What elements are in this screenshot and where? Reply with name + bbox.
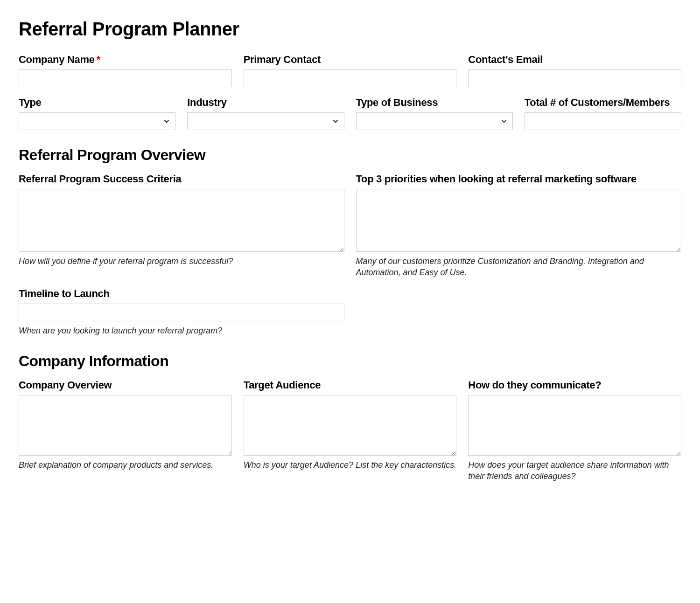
label-primary-contact: Primary Contact [244, 54, 457, 66]
row-business-info: Type Industry Type of Business Total # o… [19, 97, 681, 130]
required-asterisk: * [97, 54, 100, 65]
row-basic-info: Company Name* Primary Contact Contact's … [19, 54, 681, 87]
field-company-name: Company Name* [19, 54, 232, 87]
spacer [356, 288, 682, 336]
heading-company-info: Company Information [19, 353, 681, 370]
success-criteria-textarea[interactable] [19, 189, 344, 252]
label-text: Company Name [19, 54, 95, 65]
label-target-audience: Target Audience [244, 379, 457, 391]
field-contact-email: Contact's Email [468, 54, 681, 87]
industry-select-value[interactable] [187, 112, 344, 130]
label-success-criteria: Referral Program Success Criteria [19, 173, 344, 185]
hint-timeline: When are you looking to launch your refe… [19, 325, 344, 336]
label-type-of-business: Type of Business [356, 97, 513, 109]
row-company-info: Company Overview Brief explanation of co… [19, 379, 681, 482]
field-type-of-business: Type of Business [356, 97, 513, 130]
label-top-priorities: Top 3 priorities when looking at referra… [356, 173, 682, 185]
type-select[interactable] [19, 112, 175, 130]
total-customers-input[interactable] [525, 112, 681, 130]
label-type: Type [19, 97, 175, 109]
primary-contact-input[interactable] [244, 69, 457, 87]
contact-email-input[interactable] [468, 69, 681, 87]
field-communicate: How do they communicate? How does your t… [468, 379, 681, 482]
hint-top-priorities: Many of our customers prioritize Customi… [356, 256, 682, 278]
communicate-textarea[interactable] [468, 395, 681, 456]
field-industry: Industry [187, 97, 344, 130]
hint-communicate: How does your target audience share info… [468, 459, 681, 482]
field-primary-contact: Primary Contact [244, 54, 457, 87]
field-timeline: Timeline to Launch When are you looking … [19, 288, 344, 336]
type-of-business-select-value[interactable] [356, 112, 513, 130]
top-priorities-textarea[interactable] [356, 189, 682, 252]
label-communicate: How do they communicate? [468, 379, 681, 391]
label-timeline: Timeline to Launch [19, 288, 344, 300]
field-total-customers: Total # of Customers/Members [525, 97, 681, 130]
page-title: Referral Program Planner [19, 19, 681, 40]
field-target-audience: Target Audience Who is your target Audie… [244, 379, 457, 482]
timeline-input[interactable] [19, 304, 344, 321]
hint-company-overview: Brief explanation of company products an… [19, 459, 232, 471]
company-name-input[interactable] [19, 69, 232, 87]
type-of-business-select[interactable] [356, 112, 513, 130]
field-success-criteria: Referral Program Success Criteria How wi… [19, 173, 344, 278]
heading-overview: Referral Program Overview [19, 146, 681, 164]
row-overview-2: Timeline to Launch When are you looking … [19, 288, 681, 336]
row-overview-1: Referral Program Success Criteria How wi… [19, 173, 681, 278]
hint-success-criteria: How will you define if your referral pro… [19, 256, 344, 267]
label-company-overview: Company Overview [19, 379, 232, 391]
type-select-value[interactable] [19, 112, 175, 130]
field-top-priorities: Top 3 priorities when looking at referra… [356, 173, 682, 278]
hint-target-audience: Who is your target Audience? List the ke… [244, 459, 457, 471]
industry-select[interactable] [187, 112, 344, 130]
target-audience-textarea[interactable] [244, 395, 457, 456]
label-total-customers: Total # of Customers/Members [525, 97, 681, 109]
label-company-name: Company Name* [19, 54, 232, 66]
label-contact-email: Contact's Email [468, 54, 681, 66]
company-overview-textarea[interactable] [19, 395, 232, 456]
field-company-overview: Company Overview Brief explanation of co… [19, 379, 232, 482]
field-type: Type [19, 97, 175, 130]
label-industry: Industry [187, 97, 344, 109]
